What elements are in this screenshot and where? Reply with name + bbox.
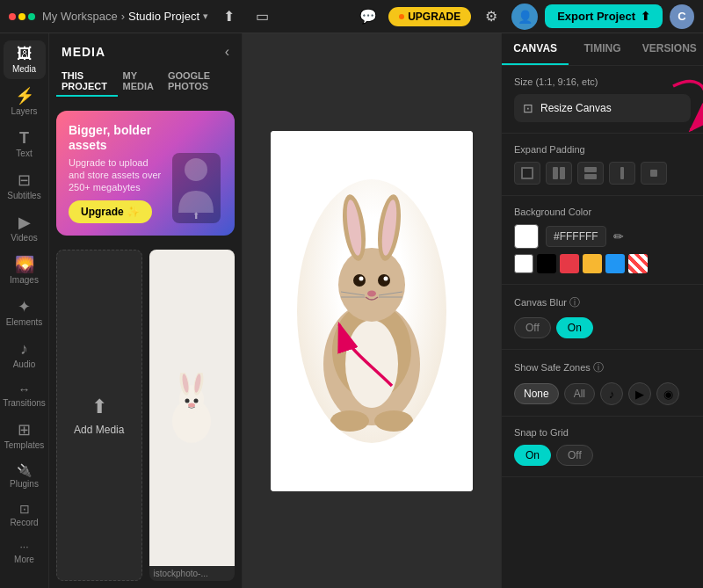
tab-google-photos[interactable]: GOOGLE PHOTOS [163,67,235,97]
sidebar-label-plugins: Plugins [10,479,39,489]
snap-to-grid-off[interactable]: Off [556,445,593,466]
sidebar-label-videos: Videos [11,233,37,243]
media-collapse-button[interactable]: ‹ [225,44,229,60]
pad-btn-vert[interactable] [609,162,635,185]
resize-label: Resize Canvas [540,102,612,114]
share-button[interactable]: ⬆ [215,4,242,30]
record-icon: ⊡ [19,503,30,515]
svg-point-19 [353,274,366,287]
svg-point-20 [378,274,390,287]
sidebar-label-transitions: Transitions [3,398,46,408]
resize-canvas-button[interactable]: ⊡ Resize Canvas [514,94,691,122]
sidebar-item-layers[interactable]: ⚡ Layers [4,83,46,121]
canvas-blur-help[interactable]: ⓘ [569,296,580,309]
resize-icon: ⊡ [523,101,533,115]
media-panel-header: MEDIA ‹ [49,33,242,67]
size-section: Size (1:1, 9:16, etc) ⊡ Resize Canvas [502,66,703,134]
sidebar-label-text: Text [16,149,32,158]
snap-to-grid-on[interactable]: On [514,445,551,466]
svg-point-14 [338,248,405,322]
media-thumbnail[interactable]: istockphoto-... [149,250,236,581]
upgrade-card-content: Bigger, bolder assets Upgrade to upload … [69,123,163,223]
sidebar-item-media[interactable]: 🖼 Media [4,40,46,79]
breadcrumb-separator: › [121,10,125,23]
color-hex-value[interactable]: #FFFFFF [546,226,606,247]
avatar[interactable]: C [670,4,694,29]
tab-canvas[interactable]: CANVAS [502,33,569,65]
safe-zones-help[interactable]: ⓘ [593,361,604,374]
safe-zones-title: Show Safe Zones ⓘ [514,360,691,375]
logo-dot-green [28,13,35,20]
sidebar-item-elements[interactable]: ✦ Elements [4,294,46,332]
canvas-blur-on[interactable]: On [556,317,593,338]
thumbnail-label: istockphoto-... [149,566,236,581]
upgrade-card-title: Bigger, bolder assets [69,123,163,153]
color-preview[interactable] [514,224,539,249]
svg-point-13 [345,320,398,408]
logo [9,13,35,20]
svg-rect-37 [584,167,597,172]
transitions-icon: ↔ [18,383,31,396]
canvas-blur-title: Canvas Blur ⓘ [514,295,691,310]
media-grid: ⬆ Add Media [49,243,242,588]
safe-zones-youtube[interactable]: ▶ [628,382,651,405]
swatch-transparent[interactable] [628,254,648,273]
swatch-red[interactable] [560,254,579,273]
workspace-link[interactable]: My Workspace [42,10,118,23]
upgrade-button[interactable]: UPGRADE [388,7,471,26]
sidebar-label-elements: Elements [6,317,43,327]
settings-button[interactable]: ⚙ [478,4,504,30]
color-picker-icon[interactable]: ✏ [613,229,624,243]
safe-zones-controls: None All ♪ ▶ ◉ [514,382,691,405]
layers-icon: ⚡ [15,88,34,104]
pad-btn-row[interactable] [577,162,604,185]
sidebar-item-videos[interactable]: ▶ Videos [4,209,46,248]
size-section-title: Size (1:1, 9:16, etc) [514,76,691,87]
pad-btn-col[interactable] [546,162,572,185]
sidebar-item-images[interactable]: 🌄 Images [4,251,46,290]
swatch-white[interactable] [514,254,533,273]
preview-button[interactable]: ▭ [249,4,275,30]
upgrade-card-description: Upgrade to upload and store assets over … [69,156,163,194]
sidebar-item-templates[interactable]: ⊞ Templates [4,417,46,455]
swatch-yellow[interactable] [583,254,602,273]
person-placeholder: ⬆ [172,153,221,223]
sidebar-label-media: Media [12,64,36,74]
expand-padding-controls [514,162,691,185]
upgrade-card: Bigger, bolder assets Upgrade to upload … [56,111,235,236]
tab-timing[interactable]: TIMING [569,33,635,65]
project-name[interactable]: Studio Project [128,10,199,23]
thumbnail-image [149,250,236,566]
canvas-blur-off[interactable]: Off [514,317,551,338]
sidebar-item-subtitles[interactable]: ⊟ Subtitles [4,167,46,206]
background-color-section: Background Color #FFFFFF ✏ [502,196,703,285]
tab-versions[interactable]: VERSIONS [636,33,703,65]
user-icon-button[interactable]: 👤 [511,4,538,30]
safe-zones-none[interactable]: None [514,383,559,404]
videos-icon: ▶ [18,214,31,230]
tab-this-project[interactable]: THIS PROJECT [56,67,118,97]
safe-zones-all[interactable]: All [564,383,595,404]
sidebar-item-record[interactable]: ⊡ Record [4,497,46,533]
tab-my-media[interactable]: MY MEDIA [118,67,163,97]
sidebar-label-subtitles: Subtitles [7,191,40,200]
add-media-tile[interactable]: ⬆ Add Media [56,250,142,581]
upgrade-card-button[interactable]: Upgrade ✨ [69,200,152,223]
export-button[interactable]: Export Project ⬆ [545,4,663,28]
svg-rect-34 [523,169,532,178]
sidebar-item-transitions[interactable]: ↔ Transitions [4,378,46,413]
swatch-blue[interactable] [605,254,625,273]
pad-btn-full[interactable] [514,162,540,185]
sidebar-item-plugins[interactable]: 🔌 Plugins [4,459,46,494]
swatch-black[interactable] [537,254,556,273]
sidebar-item-audio[interactable]: ♪ Audio [4,336,46,374]
safe-zones-tiktok[interactable]: ♪ [600,382,623,405]
project-dropdown-icon[interactable]: ▾ [203,11,208,22]
safe-zones-instagram[interactable]: ◉ [656,382,679,405]
breadcrumb: My Workspace › Studio Project ▾ [42,10,208,23]
pad-btn-square[interactable] [641,162,667,185]
sidebar-item-text[interactable]: T Text [4,125,46,163]
chat-button[interactable]: 💬 [355,4,381,30]
sidebar-item-more[interactable]: ··· More [4,536,46,570]
sidebar-label-record: Record [10,518,38,527]
